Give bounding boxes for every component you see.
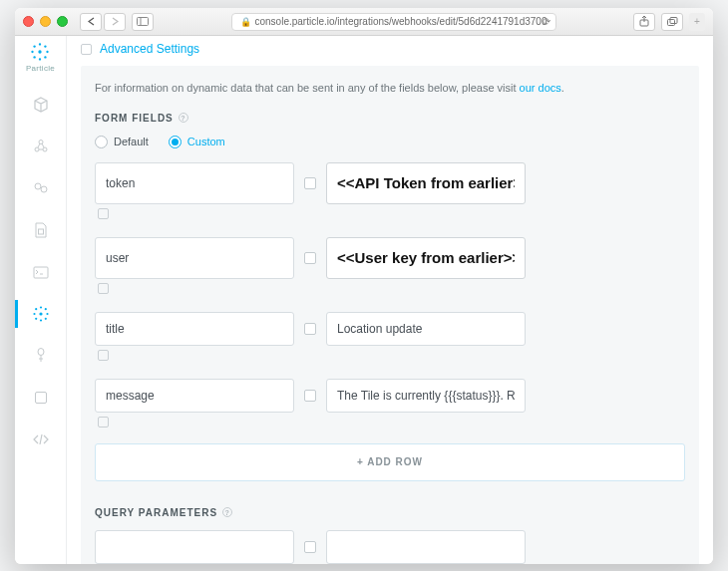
docs-link[interactable]: our docs <box>520 82 561 94</box>
svg-point-15 <box>35 147 39 151</box>
field-key-input[interactable] <box>95 237 294 279</box>
svg-point-29 <box>44 308 46 310</box>
field-value-input[interactable] <box>326 379 526 413</box>
radio-custom[interactable]: Custom <box>169 136 225 148</box>
nav-buttons <box>80 13 126 31</box>
svg-point-17 <box>35 183 41 189</box>
svg-point-28 <box>35 318 37 320</box>
svg-point-26 <box>35 308 37 310</box>
radio-default[interactable]: Default <box>95 136 149 148</box>
reload-icon[interactable]: ⟳ <box>543 16 550 27</box>
query-params-label: QUERY PARAMETERS ? <box>95 507 685 518</box>
svg-point-25 <box>46 313 48 315</box>
sidebar-item-bubbles[interactable] <box>27 174 55 202</box>
svg-point-7 <box>39 58 41 60</box>
forward-button[interactable] <box>104 13 126 31</box>
sidebar-item-integrations[interactable] <box>27 300 55 328</box>
form-fields-rows <box>95 162 685 428</box>
svg-point-9 <box>47 51 49 53</box>
back-button[interactable] <box>80 13 102 31</box>
query-value-input[interactable] <box>326 530 526 564</box>
sidebar-item-console[interactable] <box>27 258 55 286</box>
help-icon[interactable]: ? <box>222 507 232 517</box>
main-content: Advanced Settings For information on dyn… <box>67 36 713 564</box>
svg-point-5 <box>39 50 42 53</box>
info-text: For information on dynamic data that can… <box>95 80 685 97</box>
sidebar-item-code[interactable] <box>27 426 55 453</box>
address-bar-area: 🔒 console.particle.io/integrations/webho… <box>164 13 623 31</box>
field-key-checkbox[interactable] <box>98 208 109 219</box>
brand[interactable]: Particle <box>26 42 55 73</box>
sidebar-item-network[interactable] <box>27 133 55 160</box>
svg-point-11 <box>45 56 47 58</box>
field-mid-checkbox[interactable] <box>304 390 316 402</box>
browser-window: 🔒 console.particle.io/integrations/webho… <box>15 8 713 564</box>
field-mid-checkbox[interactable] <box>304 323 316 335</box>
svg-point-30 <box>38 349 44 356</box>
field-key-checkbox[interactable] <box>98 283 109 294</box>
field-key-input[interactable] <box>95 379 294 413</box>
sidebar: Particle <box>15 36 67 564</box>
form-row <box>95 312 685 361</box>
sidebar-item-sim[interactable] <box>27 216 55 244</box>
advanced-settings-checkbox[interactable] <box>81 44 92 55</box>
window-controls <box>23 16 68 27</box>
particle-logo-icon <box>30 42 50 62</box>
svg-point-23 <box>39 319 41 321</box>
app-body: Particle <box>15 36 713 564</box>
svg-point-18 <box>41 186 47 192</box>
svg-point-8 <box>32 51 34 53</box>
sidebar-item-auth[interactable] <box>27 342 55 370</box>
zoom-window-button[interactable] <box>57 16 68 27</box>
field-key-input[interactable] <box>95 162 294 204</box>
form-row <box>95 237 685 294</box>
titlebar-right: + <box>633 13 705 31</box>
form-fields-mode: Default Custom <box>95 136 685 148</box>
new-tab-button[interactable]: + <box>689 13 705 31</box>
form-fields-label: FORM FIELDS ? <box>95 113 685 124</box>
address-bar[interactable]: 🔒 console.particle.io/integrations/webho… <box>231 13 556 31</box>
brand-label: Particle <box>26 64 55 73</box>
svg-point-6 <box>39 43 41 45</box>
form-row <box>95 379 685 428</box>
lock-icon: 🔒 <box>240 17 251 27</box>
sidebar-item-box[interactable] <box>27 384 55 412</box>
sidebar-toggle-button[interactable] <box>132 13 154 31</box>
svg-point-12 <box>34 56 36 58</box>
svg-point-24 <box>33 313 35 315</box>
field-value-input[interactable] <box>326 312 526 346</box>
field-key-checkbox[interactable] <box>98 350 109 361</box>
svg-rect-20 <box>34 267 48 278</box>
svg-point-13 <box>45 45 47 47</box>
svg-rect-31 <box>35 393 46 404</box>
help-icon[interactable]: ? <box>179 113 188 123</box>
tabs-button[interactable] <box>661 13 683 31</box>
field-key-checkbox[interactable] <box>98 417 109 428</box>
field-mid-checkbox[interactable] <box>304 252 316 264</box>
field-value-input[interactable] <box>326 162 526 204</box>
svg-point-27 <box>44 318 46 320</box>
query-row <box>95 530 685 564</box>
query-mid-checkbox[interactable] <box>304 541 316 553</box>
form-row <box>95 162 685 219</box>
close-window-button[interactable] <box>23 16 34 27</box>
svg-point-16 <box>43 147 47 151</box>
advanced-settings-link[interactable]: Advanced Settings <box>100 42 199 56</box>
add-row-button[interactable]: + ADD ROW <box>95 443 685 481</box>
svg-rect-3 <box>667 20 674 26</box>
sidebar-item-cube[interactable] <box>27 91 55 119</box>
svg-point-10 <box>34 45 36 47</box>
share-button[interactable] <box>633 13 655 31</box>
field-key-input[interactable] <box>95 312 294 346</box>
query-key-input[interactable] <box>95 530 294 564</box>
url-text: console.particle.io/integrations/webhook… <box>255 16 547 27</box>
field-mid-checkbox[interactable] <box>304 177 316 189</box>
minimize-window-button[interactable] <box>40 16 51 27</box>
field-value-input[interactable] <box>326 237 526 279</box>
titlebar: 🔒 console.particle.io/integrations/webho… <box>15 8 713 36</box>
svg-point-21 <box>39 312 42 315</box>
query-params-rows <box>95 530 685 564</box>
settings-panel: For information on dynamic data that can… <box>81 66 699 564</box>
svg-rect-4 <box>670 18 677 24</box>
svg-rect-19 <box>38 229 43 234</box>
